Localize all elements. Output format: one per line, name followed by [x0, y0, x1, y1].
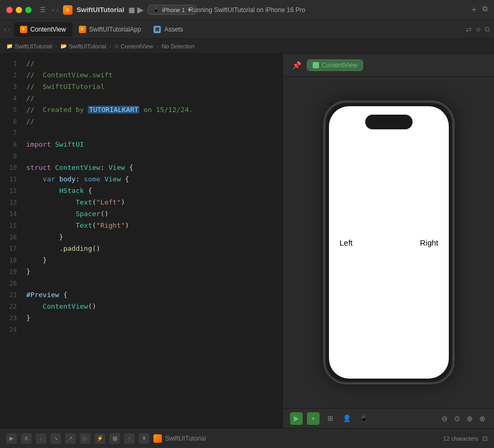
layout-icon[interactable]: ⧉ — [485, 25, 490, 34]
traffic-lights — [6, 7, 32, 13]
iphone-screen: Left Right — [329, 106, 449, 379]
main-content: 123456789101112131415161718192021222324 … — [0, 54, 494, 428]
bc-label-contentview: ContentView — [121, 43, 153, 49]
status-bar: ▶ ⏸ ↓ ↘ ↗ ▷ ⚡ ▦ ⑂ ⬆ SwiftUITutorial 12 c… — [0, 428, 494, 448]
step-over-icon[interactable]: ↓ — [36, 433, 46, 444]
tab-label-assets: Assets — [164, 26, 183, 33]
bc-label-selection: No Selection — [161, 43, 194, 49]
line-numbers: 123456789101112131415161718192021222324 — [0, 54, 21, 428]
tabs-bar: ‹ › S ContentView S SwiftUITutorialApp ⬛… — [0, 20, 494, 39]
share-icon[interactable]: ⬆ — [139, 433, 149, 444]
window-controls: ＋ ⧉ — [470, 4, 488, 15]
phone-container: Left Right — [323, 77, 455, 408]
step-out-icon[interactable]: ↗ — [65, 433, 76, 444]
breadcrumb-icon[interactable]: ⇄ — [466, 25, 472, 34]
swift-file-icon: S — [20, 26, 27, 33]
app-name-status: SwiftUITutorial — [153, 434, 206, 443]
build-icon[interactable]: ◼ — [128, 5, 135, 15]
app-icon: S — [63, 5, 73, 15]
app-status-icon — [153, 434, 162, 443]
device-name: iPhone 1 — [162, 7, 184, 13]
forward-arrow[interactable]: › — [56, 6, 58, 14]
iphone-notch — [365, 115, 413, 129]
app-name-label: SwiftUITutorial — [165, 435, 206, 442]
pause-icon[interactable]: ▶ — [137, 5, 143, 15]
breadcrumb: 📁 SwiftUITutorial › 📂 SwiftUITutorial › … — [0, 39, 494, 54]
bc-contentview[interactable]: ◇ ContentView — [115, 43, 153, 49]
continue-icon[interactable]: ▷ — [80, 433, 90, 444]
bc-label-root: SwiftUITutorial — [15, 43, 52, 49]
zoom-reset-button[interactable]: ⊗ — [477, 413, 488, 424]
bc-separator-1: › — [55, 43, 57, 49]
content-view-button[interactable]: □ ContentView — [307, 59, 363, 71]
tab-label-contentview: ContentView — [30, 26, 66, 33]
folder-icon: 📁 — [6, 43, 13, 49]
run-status-icon[interactable]: ▶ — [6, 433, 17, 444]
title-bar: ☰ ‹ › S SwiftUITutorial ◼ ▶ 📱 iPhone 1 ▼… — [0, 0, 494, 20]
add-window-icon[interactable]: ＋ — [470, 4, 478, 15]
tab-swiftuiapp[interactable]: S SwiftUITutorialApp — [73, 22, 148, 37]
bc-swiftuitutorial-root[interactable]: 📁 SwiftUITutorial — [6, 43, 52, 49]
bc-no-selection[interactable]: No Selection — [161, 43, 194, 49]
bc-separator-2: › — [109, 43, 111, 49]
zoom-in-button[interactable]: ⊕ — [465, 413, 475, 424]
preview-bottom-bar: ▶ ● ⊞ 👤 📱 ⊖ ⊙ ⊕ ⊗ — [284, 408, 494, 428]
device-view-button[interactable]: 👤 — [341, 412, 353, 425]
breakpoint-icon[interactable]: ⏸ — [21, 433, 32, 444]
bc-separator-3: › — [157, 43, 159, 49]
pin-button[interactable]: 📌 — [290, 59, 303, 72]
char-count: 12 characters — [443, 435, 478, 442]
assets-icon: ⬛ — [153, 26, 161, 33]
memory-icon[interactable]: ▦ — [109, 433, 120, 444]
split-view-icon[interactable]: ⧉ — [482, 4, 488, 15]
live-preview-button[interactable]: ● — [307, 412, 320, 425]
content-view-label: ContentView — [322, 62, 357, 69]
group-icon: 📂 — [60, 43, 67, 49]
app-name: SwiftUITutorial — [77, 6, 125, 14]
swift-file-icon-2: S — [79, 26, 86, 33]
close-button[interactable] — [6, 7, 13, 13]
forward-arrow-tab[interactable]: › — [8, 25, 10, 33]
iphone-frame: Left Right — [323, 100, 455, 384]
code-editor[interactable]: 123456789101112131415161718192021222324 … — [0, 54, 284, 428]
branch-icon[interactable]: ⑂ — [124, 433, 135, 444]
tab-label-swiftuiapp: SwiftUITutorialApp — [89, 26, 141, 33]
right-text: Right — [420, 238, 438, 247]
tabs-right-controls: ⇄ ≡ ⧉ — [466, 25, 490, 34]
minimize-button[interactable] — [16, 7, 22, 13]
bc-swiftuitutorial-group[interactable]: 📂 SwiftUITutorial — [60, 43, 106, 49]
maximize-button[interactable] — [25, 7, 32, 13]
bc-label-group: SwiftUITutorial — [69, 43, 106, 49]
iphone-content: Left Right — [329, 106, 449, 379]
content-view-icon: □ — [313, 62, 319, 68]
preview-panel: 📌 □ ContentView Left Right ▶ ● — [284, 54, 494, 428]
swift-bc-icon: ◇ — [115, 43, 119, 49]
preview-header: 📌 □ ContentView — [284, 54, 494, 77]
run-controls: ◼ ▶ — [128, 5, 143, 15]
zoom-controls: ⊖ ⊙ ⊕ ⊗ — [439, 413, 488, 424]
tab-assets[interactable]: ⬛ Assets — [147, 22, 189, 37]
device-icon: 📱 — [152, 6, 160, 13]
back-arrow[interactable]: ‹ — [52, 6, 54, 14]
left-text: Left — [339, 238, 353, 247]
zoom-fit-button[interactable]: ⊙ — [452, 413, 462, 424]
tab-contentview[interactable]: S ContentView — [14, 22, 73, 37]
expand-icon[interactable]: ⊡ — [482, 435, 488, 442]
step-into-icon[interactable]: ↘ — [50, 433, 61, 444]
back-arrow-tab[interactable]: ‹ — [4, 25, 6, 33]
sidebar-toggle[interactable]: ☰ — [40, 6, 46, 14]
code-text[interactable]: //// ContentView.swift// SwiftUITutorial… — [21, 54, 283, 428]
grid-view-button[interactable]: ⊞ — [324, 412, 336, 425]
nav-arrows-tabs: ‹ › — [4, 25, 11, 33]
nav-arrows: ‹ › — [52, 6, 59, 14]
play-preview-button[interactable]: ▶ — [290, 412, 303, 425]
zoom-out-button[interactable]: ⊖ — [439, 413, 450, 424]
inspector-icon[interactable]: ≡ — [476, 25, 480, 34]
run-status: Running SwiftUITutorial on iPhone 16 Pro — [189, 6, 305, 14]
debug-icon[interactable]: ⚡ — [95, 433, 105, 444]
orientation-button[interactable]: 📱 — [357, 412, 370, 425]
